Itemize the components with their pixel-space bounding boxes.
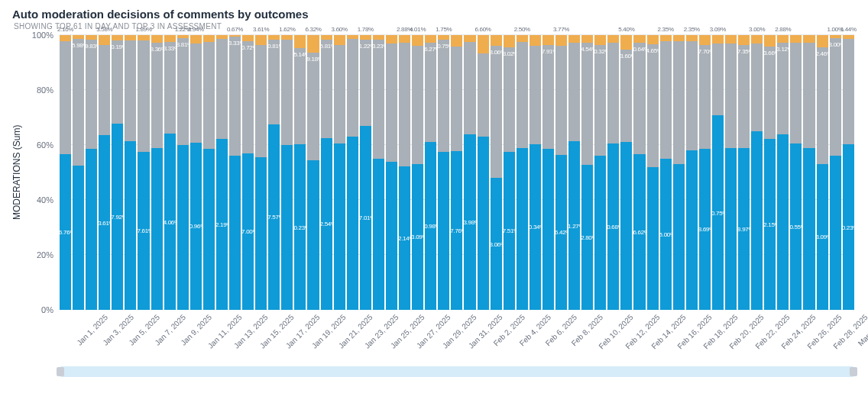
bar[interactable] <box>125 35 136 310</box>
bar[interactable]: 2.35%55.00% <box>660 35 672 310</box>
bar[interactable] <box>203 35 215 310</box>
range-slider[interactable] <box>60 366 854 377</box>
bar[interactable]: 60.68% <box>607 35 619 310</box>
bar[interactable]: 63.98% <box>464 35 475 310</box>
bar[interactable]: 37.91% <box>542 35 554 310</box>
bar[interactable]: 38.36% <box>151 35 163 310</box>
bar[interactable]: 1.62% <box>281 35 293 310</box>
bar[interactable]: 1.22%38.81% <box>177 35 189 310</box>
chart-title: Auto moderation decisions of comments by… <box>12 8 857 21</box>
bar[interactable]: 61.27% <box>568 35 580 310</box>
bar[interactable]: 38.02%57.51% <box>504 35 515 310</box>
bar[interactable]: 3.58%63.61% <box>99 35 110 310</box>
bar[interactable]: 0.67%43.33% <box>229 35 241 310</box>
bar[interactable]: 1.89%57.61% <box>138 35 149 310</box>
bar[interactable]: 4.01%53.09% <box>412 35 423 310</box>
bar[interactable]: 2.10%56.76% <box>60 35 71 310</box>
bar[interactable]: 2.94%60.96% <box>190 35 202 310</box>
bar[interactable]: 33.66%62.15% <box>764 35 776 310</box>
bar[interactable] <box>673 35 685 310</box>
bar[interactable]: 43.23% <box>373 35 384 310</box>
bar[interactable]: 44.54%52.80% <box>581 35 593 310</box>
range-handle-left[interactable] <box>57 367 64 376</box>
bar[interactable]: 3.77%56.42% <box>555 35 567 310</box>
y-tick: 100% <box>32 31 53 40</box>
plot-area: MODERATIONS (Sum) 0%20%40%60%80%100% 2.1… <box>11 35 857 310</box>
bars-container[interactable]: 2.10%56.76%45.98%39.83%3.58%63.61%30.19%… <box>60 35 854 310</box>
bar[interactable]: 1.44%60.23% <box>843 35 854 310</box>
bar[interactable]: 30.81%67.57% <box>268 35 280 310</box>
bar[interactable]: 40.64%56.62% <box>633 35 645 310</box>
bar[interactable] <box>386 35 397 310</box>
bar[interactable]: 35.14%60.23% <box>294 35 306 310</box>
bar[interactable]: 3.60% <box>334 35 345 310</box>
x-axis: Jan 1, 2025Jan 3, 2025Jan 5, 2025Jan 7, … <box>60 310 854 363</box>
y-tick: 40% <box>37 195 53 205</box>
bar[interactable] <box>725 35 737 310</box>
bar[interactable]: 6.60% <box>478 35 489 310</box>
bar[interactable]: 5.40%33.60% <box>620 35 632 310</box>
y-tick: 60% <box>37 140 53 150</box>
bar[interactable]: 40.32% <box>594 35 606 310</box>
bar[interactable]: 3.09%70.75% <box>712 35 724 310</box>
bar[interactable]: 36.27%60.98% <box>425 35 436 310</box>
bar[interactable]: 39.83% <box>86 35 97 310</box>
bar[interactable]: 3.61% <box>255 35 267 310</box>
bar[interactable]: 33.33%64.06% <box>164 35 176 310</box>
bar[interactable]: 2.88%33.12% <box>777 35 789 310</box>
bar[interactable]: 48.06%48.06% <box>491 35 502 310</box>
bar[interactable]: 42.46%53.09% <box>817 35 828 310</box>
y-axis: 0%20%40%60%80%100% <box>23 35 58 310</box>
y-tick: 0% <box>41 305 53 314</box>
bar[interactable]: 45.98% <box>73 35 84 310</box>
bar[interactable]: 37.70%58.69% <box>699 35 711 310</box>
bar[interactable]: 57.76% <box>451 35 462 310</box>
y-axis-label: MODERATIONS (Sum) <box>11 35 23 310</box>
bar[interactable]: 60.55% <box>790 35 802 310</box>
bar[interactable]: 3.00% <box>751 35 763 310</box>
bar[interactable]: 1.00%43.00% <box>830 35 841 310</box>
bar[interactable]: 2.88%52.14% <box>399 35 410 310</box>
bar[interactable]: 1.78%31.22%67.01% <box>360 35 371 310</box>
bar[interactable]: 60.34% <box>530 35 541 310</box>
y-tick: 80% <box>37 85 53 95</box>
bar[interactable]: 2.35% <box>686 35 698 310</box>
bar[interactable]: 35.81%62.54% <box>321 35 332 310</box>
bar[interactable]: 62.19% <box>216 35 228 310</box>
bar[interactable]: 40.72%57.00% <box>242 35 254 310</box>
bar[interactable] <box>347 35 358 310</box>
bar[interactable]: 6.32%39.18% <box>307 35 319 310</box>
bar[interactable]: 30.19%67.92% <box>112 35 123 310</box>
bar[interactable]: 2.50% <box>517 35 528 310</box>
range-handle-right[interactable] <box>850 367 857 376</box>
bar[interactable]: 37.35%58.97% <box>738 35 750 310</box>
y-tick: 20% <box>37 250 53 259</box>
bar[interactable]: 1.75%40.75% <box>438 35 449 310</box>
bar[interactable]: 44.65% <box>647 35 659 310</box>
bar[interactable] <box>803 35 815 310</box>
